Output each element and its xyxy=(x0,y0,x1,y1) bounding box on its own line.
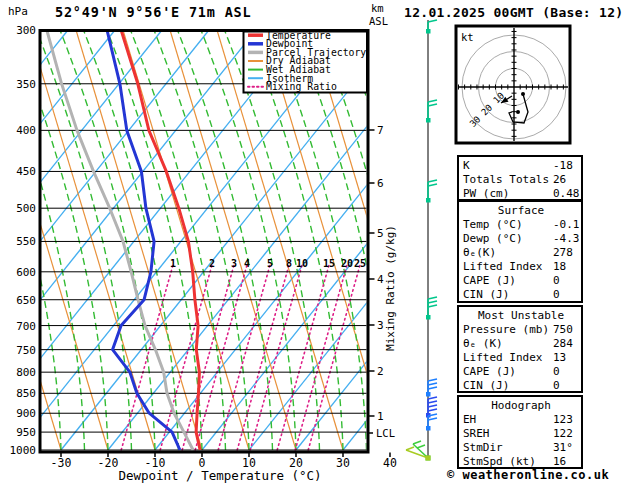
stat-value: 0.48 xyxy=(553,187,580,201)
stat-row: Lifted Index13 xyxy=(463,351,579,365)
barb-flag xyxy=(428,184,437,186)
stat-row: Dewp (°C)-4.3 xyxy=(463,232,579,246)
barb-dot xyxy=(426,456,431,461)
stat-value: 26 xyxy=(553,173,579,187)
stat-label: CIN (J) xyxy=(463,288,553,302)
wet-adiabat-line xyxy=(154,30,249,450)
datetime-title: 12.01.2025 00GMT (Base: 12) xyxy=(404,5,623,20)
stat-value: 284 xyxy=(553,337,579,351)
stat-row: PW (cm)0.48 xyxy=(463,187,579,201)
wind-barb xyxy=(426,297,437,320)
km-tick-label: 3 xyxy=(377,319,384,332)
stat-value: 13 xyxy=(553,351,579,365)
barb-flag xyxy=(428,379,437,381)
wet-adiabat-line xyxy=(0,30,14,450)
dewpoint-curve xyxy=(107,30,180,450)
stats-box: HodographEH123SREH122StmDir31°StmSpd (kt… xyxy=(457,395,583,469)
pressure-tick-label: 950 xyxy=(16,426,36,439)
wind-barb xyxy=(426,20,437,34)
stat-label: Lifted Index xyxy=(463,351,553,365)
barb-flag xyxy=(406,447,414,450)
dry-adiabat-line xyxy=(123,30,249,450)
legend-label-mixing-ratio: Mixing Ratio xyxy=(266,81,337,92)
pressure-tick-label: 900 xyxy=(16,407,36,420)
km-unit-label: km xyxy=(371,2,384,14)
stat-label: Totals Totals xyxy=(463,173,553,187)
stat-value: 122 xyxy=(553,427,579,441)
wet-adiabat-line xyxy=(37,30,132,450)
asl-unit-label: ASL xyxy=(369,15,388,27)
stat-label: EH xyxy=(463,413,553,427)
stat-row: SREH122 xyxy=(463,427,579,441)
stat-value: 0 xyxy=(553,365,579,379)
stats-section-header: Hodograph xyxy=(463,399,579,413)
mixing-ratio-value-label: 3 xyxy=(231,258,237,269)
stat-row: CAPE (J)0 xyxy=(463,365,579,379)
pressure-tick-label: 1000 xyxy=(10,444,37,457)
pressure-tick-label: 650 xyxy=(16,294,36,307)
mixing-ratio-line xyxy=(195,265,247,450)
stat-row: CAPE (J)0 xyxy=(463,274,579,288)
pressure-tick-label: 550 xyxy=(16,235,36,248)
barb-flag xyxy=(428,397,437,399)
stat-label: CIN (J) xyxy=(463,379,553,393)
station-title: 52°49'N 9°56'E 71m ASL xyxy=(55,4,251,20)
stat-label: StmDir xyxy=(463,441,553,455)
km-tick-label: 1 xyxy=(377,410,384,423)
mixing-ratio-value-label: 5 xyxy=(267,258,273,269)
mixing-ratio-value-label: 8 xyxy=(286,258,292,269)
temperature-axis-title: Dewpoint / Temperature (°C) xyxy=(60,468,380,483)
stat-row: StmSpd (kt)16 xyxy=(463,455,579,469)
barb-dot xyxy=(426,29,431,34)
barb-flag xyxy=(428,180,437,182)
pressure-tick-label: 850 xyxy=(16,387,36,400)
stat-value: 0 xyxy=(553,288,579,302)
stat-row: Pressure (mb)750 xyxy=(463,323,579,337)
stat-row: StmDir31° xyxy=(463,441,579,455)
barb-flag xyxy=(428,20,437,22)
barb-flag xyxy=(428,297,437,299)
wind-barb xyxy=(426,180,437,203)
barb-flag xyxy=(428,405,437,407)
barb-flag xyxy=(428,418,437,420)
stat-label: SREH xyxy=(463,427,553,441)
barb-dot xyxy=(426,198,431,203)
wind-barb xyxy=(426,414,437,431)
stat-label: K xyxy=(463,159,553,173)
stat-value: 18 xyxy=(553,260,579,274)
stats-section-header: Surface xyxy=(463,204,579,218)
wind-barb xyxy=(426,379,437,397)
sounding-screenshot: 3003504004505005506006507007508008509009… xyxy=(0,0,629,486)
mixing-ratio-line xyxy=(218,265,270,450)
stat-value: 0 xyxy=(553,274,579,288)
km-tick-label: 6 xyxy=(377,177,384,190)
mixing-ratio-value-label: 25 xyxy=(354,258,366,269)
pressure-tick-label: 800 xyxy=(16,366,36,379)
stat-value: -18 xyxy=(553,159,579,173)
pressure-tick-label: 300 xyxy=(16,24,36,37)
stat-row: CIN (J)0 xyxy=(463,288,579,302)
barb-flag xyxy=(417,445,425,448)
lcl-label: LCL xyxy=(376,427,395,439)
barb-dot xyxy=(426,392,431,397)
stat-label: θₑ(K) xyxy=(463,246,553,260)
pressure-tick-label: 400 xyxy=(16,124,36,137)
mixing-ratio-value-label: 10 xyxy=(296,258,308,269)
stat-row: K-18 xyxy=(463,159,579,173)
stat-value: 278 xyxy=(553,246,579,260)
pressure-tick-label: 350 xyxy=(16,78,36,91)
barb-flag xyxy=(428,104,437,106)
stat-row: Temp (°C)-0.1 xyxy=(463,218,579,232)
pressure-unit-label: hPa xyxy=(8,5,28,18)
barb-flag xyxy=(428,305,437,307)
wind-barb-column xyxy=(406,20,437,461)
wind-barbs xyxy=(406,20,437,461)
legend: Temperature Dewpoint Parcel Trajectory D… xyxy=(244,30,368,93)
isotherm-line xyxy=(0,30,256,450)
stat-label: Pressure (mb) xyxy=(463,323,553,337)
dry-adiabat-line xyxy=(593,30,629,450)
temp-tick-label: 40 xyxy=(383,456,397,470)
copyright-text: © weatheronline.co.uk xyxy=(447,468,609,482)
stats-box: SurfaceTemp (°C)-0.1Dewp (°C)-4.3θₑ(K)27… xyxy=(457,200,583,303)
pressure-tick-label: 500 xyxy=(16,202,36,215)
